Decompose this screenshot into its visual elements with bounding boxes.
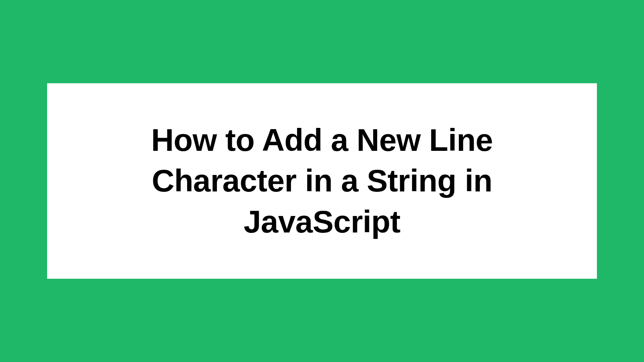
page-title: How to Add a New Line Character in a Str… (79, 120, 565, 242)
title-card: How to Add a New Line Character in a Str… (47, 83, 597, 279)
